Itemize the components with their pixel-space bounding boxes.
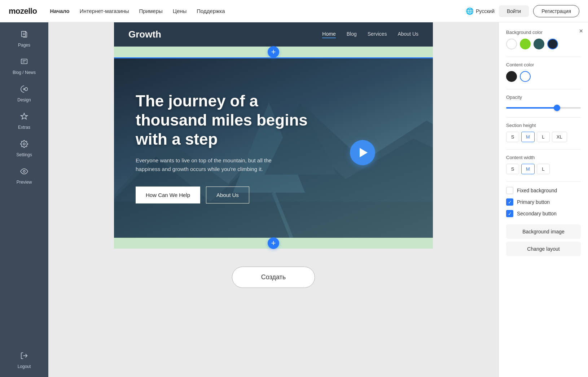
content-color-swatches: [506, 71, 581, 82]
sidebar-item-design[interactable]: Design: [0, 80, 48, 108]
sidebar-item-extras[interactable]: Extras: [0, 108, 48, 135]
site-nav: Home Blog Services About Us: [322, 31, 418, 38]
logout-icon: [20, 352, 28, 362]
opacity-section: Opacity: [506, 95, 581, 110]
register-button[interactable]: Регистрация: [533, 5, 579, 17]
top-nav: mozello Начало Интернет-магазины Примеры…: [0, 0, 588, 22]
change-layout-button[interactable]: Change layout: [506, 242, 581, 256]
how-can-we-help-button[interactable]: How Can We Help: [136, 187, 200, 203]
content-width-m[interactable]: M: [521, 164, 535, 174]
about-us-button[interactable]: About Us: [206, 187, 249, 203]
sidebar-item-settings-label: Settings: [16, 152, 32, 157]
fixed-bg-label: Fixed background: [517, 188, 557, 193]
bg-color-swatches: [506, 39, 581, 49]
divider-5: [506, 181, 581, 182]
nav-link-internet[interactable]: Интернет-магазины: [80, 8, 129, 14]
content-width-label: Content width: [506, 155, 581, 160]
sidebar-item-preview[interactable]: Preview: [0, 162, 48, 190]
sidebar-item-blog[interactable]: Blog / News: [0, 53, 48, 80]
sidebar-item-blog-label: Blog / News: [13, 70, 36, 75]
svg-point-7: [23, 143, 25, 145]
svg-point-8: [23, 170, 25, 172]
site-nav-about[interactable]: About Us: [398, 31, 418, 38]
play-button[interactable]: [350, 140, 375, 165]
nav-link-tseny[interactable]: Цены: [173, 8, 187, 14]
site-nav-home[interactable]: Home: [322, 31, 335, 38]
primary-btn-label: Primary button: [517, 199, 550, 205]
section-height-s[interactable]: S: [506, 132, 519, 142]
nav-right: 🌐 Русский Войти Регистрация: [466, 5, 579, 17]
swatch-teal[interactable]: [534, 39, 544, 49]
divider-2: [506, 89, 581, 89]
opacity-label: Opacity: [506, 95, 581, 100]
sidebar-item-preview-label: Preview: [17, 180, 32, 185]
opacity-slider[interactable]: [506, 107, 581, 109]
hero-subtitle: Everyone wants to live on top of the mou…: [136, 156, 273, 174]
right-panel: × Background color Content color Opacity: [499, 22, 588, 377]
site-logo: Growth: [128, 29, 161, 40]
fixed-bg-section: Fixed background Primary button Secondar…: [506, 187, 581, 217]
content-width-l[interactable]: L: [537, 164, 550, 174]
svg-rect-0: [22, 31, 26, 37]
language-label: Русский: [476, 8, 495, 14]
site-header: Growth Home Blog Services About Us: [114, 22, 433, 47]
extras-icon: [20, 113, 28, 123]
primary-btn-checkbox[interactable]: [506, 198, 513, 206]
bg-color-section: Background color: [506, 30, 581, 49]
svg-point-6: [23, 88, 25, 90]
content-width-s[interactable]: S: [506, 164, 519, 174]
nav-link-nachalo[interactable]: Начало: [50, 8, 69, 14]
section-height-m[interactable]: M: [521, 132, 535, 142]
close-panel-button[interactable]: ×: [579, 27, 583, 35]
language-selector[interactable]: 🌐 Русский: [466, 7, 495, 15]
swatch-white[interactable]: [506, 39, 517, 49]
content-width-section: Content width S M L: [506, 155, 581, 174]
section-selected-border: [114, 57, 433, 58]
add-section-plus-bottom[interactable]: +: [268, 237, 279, 249]
fixed-bg-row: Fixed background: [506, 187, 581, 194]
settings-icon: [20, 140, 28, 150]
content-swatch-dark[interactable]: [506, 71, 517, 82]
swatch-dark[interactable]: [547, 39, 558, 49]
content-color-label: Content color: [506, 62, 581, 67]
hero-buttons: How Can We Help About Us: [136, 187, 411, 203]
add-section-bottom[interactable]: +: [114, 238, 433, 249]
preview-icon: [20, 167, 28, 177]
section-height-label: Section height: [506, 123, 581, 128]
design-icon: [20, 85, 28, 95]
content-width-buttons: S M L: [506, 164, 581, 174]
login-button[interactable]: Войти: [499, 5, 529, 17]
background-image-button[interactable]: Background image: [506, 224, 581, 239]
swatch-green[interactable]: [520, 39, 531, 49]
nav-link-podderzhka[interactable]: Поддержка: [197, 8, 225, 14]
play-triangle-icon: [360, 148, 368, 157]
main-area: Pages Blog / News Design Extras Settings: [0, 22, 588, 377]
site-nav-services[interactable]: Services: [368, 31, 387, 38]
section-height-l[interactable]: L: [537, 132, 550, 142]
fixed-bg-checkbox[interactable]: [506, 187, 513, 194]
add-section-top[interactable]: +: [114, 47, 433, 57]
website-preview: Growth Home Blog Services About Us +: [114, 22, 433, 249]
hero-title: The journey of a thousand miles begins w…: [136, 92, 316, 149]
bg-color-label: Background color: [506, 30, 581, 35]
section-height-xl[interactable]: XL: [552, 132, 567, 142]
nav-link-primery[interactable]: Примеры: [139, 8, 163, 14]
svg-rect-14: [114, 202, 433, 238]
nav-links: Начало Интернет-магазины Примеры Цены По…: [50, 8, 466, 14]
add-section-plus-top[interactable]: +: [268, 46, 279, 58]
content-swatch-white[interactable]: [520, 71, 531, 82]
svg-rect-3: [21, 59, 27, 64]
sidebar-item-settings[interactable]: Settings: [0, 135, 48, 162]
section-height-buttons: S M L XL: [506, 132, 581, 142]
blog-icon: [20, 58, 28, 68]
sidebar-item-logout-label: Logout: [18, 364, 31, 369]
divider-4: [506, 149, 581, 150]
sidebar-item-pages[interactable]: Pages: [0, 25, 48, 53]
secondary-btn-checkbox[interactable]: [506, 210, 513, 217]
sidebar-item-logout[interactable]: Logout: [0, 347, 48, 374]
sidebar: Pages Blog / News Design Extras Settings: [0, 22, 48, 377]
logo: mozello: [9, 6, 37, 16]
site-nav-blog[interactable]: Blog: [347, 31, 357, 38]
create-button[interactable]: Создать: [232, 267, 315, 288]
section-height-section: Section height S M L XL: [506, 123, 581, 142]
